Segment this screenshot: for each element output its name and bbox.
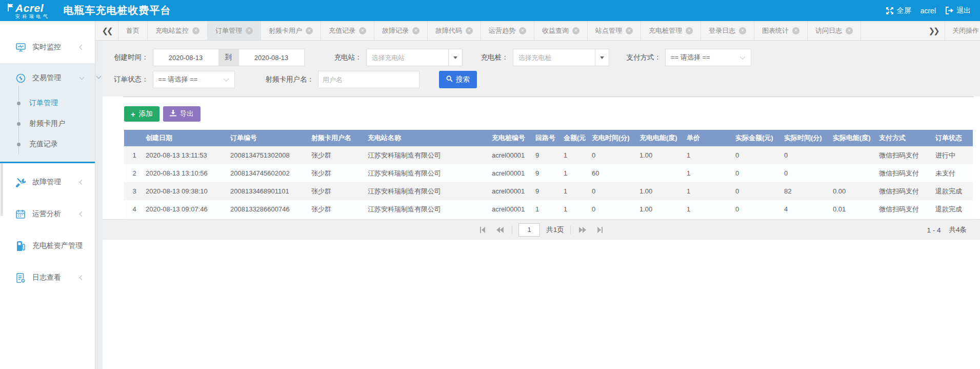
tab-close-icon[interactable]: × bbox=[686, 27, 693, 34]
tab-站点管理[interactable]: 站点管理× bbox=[588, 21, 641, 40]
page-next-icon[interactable] bbox=[577, 224, 588, 236]
row-index-cell: 3 bbox=[124, 182, 145, 200]
tab-充值记录[interactable]: 充值记录× bbox=[321, 21, 374, 40]
search-button[interactable]: 搜索 bbox=[439, 71, 477, 88]
tab-故障记录[interactable]: 故障记录× bbox=[374, 21, 428, 40]
tab-close-icon[interactable]: × bbox=[246, 27, 253, 34]
page-number-input[interactable] bbox=[518, 223, 540, 237]
pile-dropdown-arrow-icon[interactable] bbox=[595, 49, 609, 66]
table-row[interactable]: 42020-08-13 09:07:462008133286600746张少群江… bbox=[124, 200, 973, 218]
tabs-scroll-right-icon[interactable]: ❯❯ bbox=[922, 21, 945, 40]
sidebar-item-transaction-mgmt[interactable]: 交易管理 bbox=[0, 63, 95, 93]
sidebar-item-label: 日志查看 bbox=[32, 273, 61, 282]
sidebar-item-operation-analysis[interactable]: 运营分析 bbox=[0, 198, 95, 230]
page-prev-icon[interactable] bbox=[494, 224, 506, 236]
tab-故障代码[interactable]: 故障代码× bbox=[428, 21, 481, 40]
tab-收益查询[interactable]: 收益查询× bbox=[534, 21, 588, 40]
add-button[interactable]: + 添加 bbox=[124, 106, 159, 122]
sidebar-item-recharge-records[interactable]: 充值记录 bbox=[0, 134, 95, 154]
sidebar-item-realtime-monitor[interactable]: 实时监控 bbox=[0, 31, 95, 63]
pay-type-select[interactable]: == 请选择 == bbox=[665, 49, 751, 66]
tab-运营趋势[interactable]: 运营趋势× bbox=[481, 21, 534, 40]
sidebar-group-realtime-monitor: 实时监控 bbox=[0, 31, 95, 63]
sidebar-item-fault-mgmt[interactable]: 故障管理 bbox=[0, 166, 95, 198]
tab-登录日志[interactable]: 登录日志× bbox=[701, 21, 754, 40]
create-time-to-input[interactable] bbox=[239, 49, 305, 66]
sidebar-item-label: 运营分析 bbox=[32, 209, 61, 219]
chevron-left-icon bbox=[79, 180, 85, 185]
tab-close-icon[interactable]: × bbox=[192, 27, 199, 34]
station-input[interactable] bbox=[366, 49, 448, 66]
tab-label: 登录日志 bbox=[709, 26, 735, 35]
order-status-select[interactable]: == 请选择 == bbox=[153, 71, 235, 88]
tab-close-icon[interactable]: × bbox=[359, 27, 366, 34]
bullet-dot-icon bbox=[17, 102, 21, 105]
page-last-icon[interactable] bbox=[594, 224, 606, 236]
sidebar-item-order-mgmt[interactable]: 订单管理 bbox=[0, 93, 95, 113]
table-cell: 未支付 bbox=[934, 164, 973, 182]
station-dropdown-arrow-icon[interactable] bbox=[448, 49, 463, 66]
filter-panel: 创建时间： 到 充电站： 充电桩： bbox=[103, 41, 980, 96]
flag-icon bbox=[7, 4, 14, 11]
sidebar-item-log-view[interactable]: 日志查看 bbox=[0, 262, 95, 294]
column-header: 充电站名称 bbox=[367, 130, 491, 146]
username[interactable]: acrel bbox=[921, 7, 936, 15]
table-cell bbox=[638, 164, 686, 182]
pile-input[interactable] bbox=[513, 49, 595, 66]
logout-button[interactable]: 退出 bbox=[945, 6, 971, 15]
tab-close-icon[interactable]: × bbox=[739, 27, 746, 34]
tab-close-icon[interactable]: × bbox=[466, 27, 473, 34]
tab-close-icon[interactable]: × bbox=[519, 27, 526, 34]
export-button[interactable]: 导出 bbox=[163, 106, 201, 122]
tab-访问日志[interactable]: 访问日志× bbox=[808, 21, 861, 40]
table-row[interactable]: 12020-08-13 13:11:532008134751302008张少群江… bbox=[124, 146, 973, 164]
tab-订单管理[interactable]: 订单管理× bbox=[208, 21, 261, 40]
table-row[interactable]: 32020-08-13 09:38:102008133468901101张少群江… bbox=[124, 182, 973, 200]
tab-close-icon[interactable]: × bbox=[412, 27, 419, 34]
tab-close-icon[interactable]: × bbox=[626, 27, 633, 34]
tab-close-icon[interactable]: × bbox=[792, 27, 799, 34]
tabs-scroll-left-icon[interactable]: ❮❮ bbox=[95, 21, 118, 40]
tab-射频卡用户[interactable]: 射频卡用户× bbox=[261, 21, 321, 40]
gutter-chevron-down-icon[interactable] bbox=[96, 74, 102, 79]
fullscreen-label: 全屏 bbox=[897, 6, 911, 15]
column-header: 订单状态 bbox=[934, 130, 973, 146]
empty-area bbox=[103, 240, 980, 369]
page-first-icon[interactable] bbox=[477, 224, 488, 236]
close-all-tabs-button[interactable]: 关闭操作 bbox=[945, 21, 980, 40]
pile-label: 充电桩： bbox=[481, 53, 509, 62]
tab-充电站监控[interactable]: 充电站监控× bbox=[148, 21, 208, 40]
logout-icon bbox=[945, 7, 953, 14]
create-time-from-input[interactable] bbox=[153, 49, 218, 66]
table-cell: 1.00 bbox=[638, 146, 686, 164]
tab-首页[interactable]: 首页 bbox=[118, 21, 148, 40]
rfid-user-input[interactable] bbox=[318, 71, 419, 88]
tab-bar: ❮❮ 首页充电站监控×订单管理×射频卡用户×充值记录×故障记录×故障代码×运营趋… bbox=[95, 21, 980, 41]
tab-close-icon[interactable]: × bbox=[572, 27, 579, 34]
table-cell bbox=[832, 164, 878, 182]
table-cell: 进行中 bbox=[934, 146, 973, 164]
table-cell: 张少群 bbox=[310, 200, 367, 218]
sidebar-item-pile-asset-mgmt[interactable]: 充电桩资产管理 bbox=[0, 230, 95, 262]
table-cell: 江苏安科瑞制造有限公司 bbox=[367, 200, 491, 218]
tab-close-icon[interactable]: × bbox=[846, 27, 853, 34]
table-cell: 0 bbox=[734, 146, 783, 164]
column-header: 回路号 bbox=[534, 130, 563, 146]
tab-close-icon[interactable]: × bbox=[306, 27, 313, 34]
pagination-bar: 共1页 1 - 4 共4条 bbox=[103, 219, 980, 240]
create-time-label: 创建时间： bbox=[114, 53, 149, 62]
column-header-index bbox=[124, 130, 145, 146]
orders-table: 创建日期订单编号射频卡用户名充电站名称充电桩编号回路号金额(元充电时间(分)充电… bbox=[124, 130, 973, 218]
sidebar-subitem-label: 射频卡用户 bbox=[29, 119, 65, 128]
table-cell: acrel00001 bbox=[491, 146, 534, 164]
fullscreen-button[interactable]: 全屏 bbox=[886, 6, 911, 15]
tab-图表统计[interactable]: 图表统计× bbox=[754, 21, 808, 40]
sidebar-item-rfid-users[interactable]: 射频卡用户 bbox=[0, 113, 95, 134]
tab-充电桩管理[interactable]: 充电桩管理× bbox=[641, 21, 701, 40]
table-row[interactable]: 22020-08-13 13:10:562008134745602002张少群江… bbox=[124, 164, 973, 182]
table-cell: 9 bbox=[534, 164, 563, 182]
calendar-icon bbox=[15, 209, 26, 219]
table-cell: 退款完成 bbox=[934, 182, 973, 200]
tab-label: 访问日志 bbox=[815, 26, 842, 35]
total-pages-label: 共1页 bbox=[546, 225, 564, 235]
